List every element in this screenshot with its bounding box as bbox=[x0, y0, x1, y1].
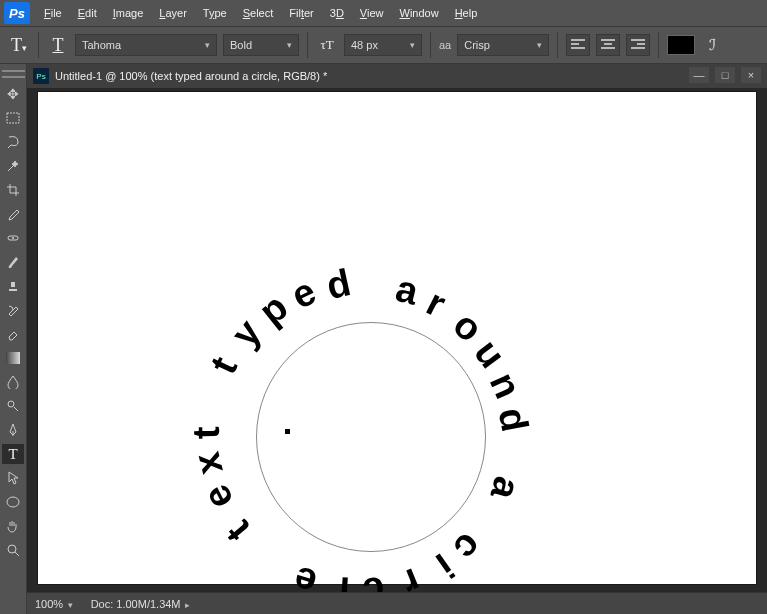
align-right-button[interactable] bbox=[626, 34, 650, 56]
history-brush-tool[interactable] bbox=[2, 300, 24, 320]
eyedropper-tool[interactable] bbox=[2, 204, 24, 224]
font-size-select[interactable]: 48 px▾ bbox=[344, 34, 422, 56]
window-maximize-button[interactable]: □ bbox=[715, 67, 735, 83]
canvas-area: text typed around a circle bbox=[27, 88, 767, 592]
antialias-label: aa bbox=[439, 39, 451, 51]
canvas[interactable]: text typed around a circle bbox=[38, 92, 756, 584]
doc-info[interactable]: Doc: 1.00M/1.34M ▸ bbox=[91, 598, 190, 610]
menu-3d[interactable]: 3D bbox=[322, 3, 352, 23]
menu-view[interactable]: View bbox=[352, 3, 392, 23]
window-close-button[interactable]: × bbox=[741, 67, 761, 83]
blur-tool[interactable] bbox=[2, 372, 24, 392]
document-title: Untitled-1 @ 100% (text typed around a c… bbox=[55, 70, 327, 82]
wand-tool[interactable] bbox=[2, 156, 24, 176]
menu-window[interactable]: Window bbox=[392, 3, 447, 23]
antialias-select[interactable]: Crisp▾ bbox=[457, 34, 549, 56]
eraser-tool[interactable] bbox=[2, 324, 24, 344]
move-tool[interactable]: ✥ bbox=[2, 84, 24, 104]
text-color-swatch[interactable] bbox=[667, 35, 695, 55]
crop-tool[interactable] bbox=[2, 180, 24, 200]
marquee-tool[interactable] bbox=[2, 108, 24, 128]
svg-point-5 bbox=[8, 545, 16, 553]
font-family-select[interactable]: Tahoma▾ bbox=[75, 34, 217, 56]
svg-rect-0 bbox=[7, 113, 19, 123]
hand-tool[interactable] bbox=[2, 516, 24, 536]
menu-edit[interactable]: Edit bbox=[70, 3, 105, 23]
tool-preset-button[interactable]: T▾ bbox=[8, 35, 30, 56]
menu-type[interactable]: Type bbox=[195, 3, 235, 23]
path-select-tool[interactable] bbox=[2, 468, 24, 488]
align-left-button[interactable] bbox=[566, 34, 590, 56]
dodge-tool[interactable] bbox=[2, 396, 24, 416]
brush-tool[interactable] bbox=[2, 252, 24, 272]
pen-tool[interactable] bbox=[2, 420, 24, 440]
healing-tool[interactable] bbox=[2, 228, 24, 248]
text-start-anchor[interactable] bbox=[285, 429, 290, 434]
shape-tool[interactable] bbox=[2, 492, 24, 512]
text-orientation-button[interactable]: T bbox=[47, 35, 69, 56]
antialias-value: Crisp bbox=[464, 39, 490, 51]
font-weight-value: Bold bbox=[230, 39, 252, 51]
svg-point-4 bbox=[7, 497, 19, 507]
align-center-button[interactable] bbox=[596, 34, 620, 56]
lasso-tool[interactable] bbox=[2, 132, 24, 152]
font-family-value: Tahoma bbox=[82, 39, 121, 51]
circle-path[interactable] bbox=[256, 322, 486, 552]
menu-layer[interactable]: Layer bbox=[151, 3, 195, 23]
zoom-level[interactable]: 100% ▾ bbox=[35, 598, 73, 610]
document-tab-bar: Ps Untitled-1 @ 100% (text typed around … bbox=[27, 64, 767, 88]
menu-image[interactable]: Image bbox=[105, 3, 152, 23]
menu-filter[interactable]: Filter bbox=[281, 3, 321, 23]
font-size-icon: τT bbox=[316, 37, 338, 53]
menu-file[interactable]: File bbox=[36, 3, 70, 23]
status-bar: 100% ▾ Doc: 1.00M/1.34M ▸ bbox=[27, 592, 767, 614]
stamp-tool[interactable] bbox=[2, 276, 24, 296]
zoom-tool[interactable] bbox=[2, 540, 24, 560]
font-size-value: 48 px bbox=[351, 39, 378, 51]
options-bar: T▾ T Tahoma▾ Bold▾ τT 48 px▾ aa Crisp▾ ℐ bbox=[0, 26, 767, 64]
tool-palette: ✥ T bbox=[0, 64, 27, 614]
font-weight-select[interactable]: Bold▾ bbox=[223, 34, 299, 56]
menu-help[interactable]: Help bbox=[447, 3, 486, 23]
document-icon: Ps bbox=[33, 68, 49, 84]
menubar: Ps File Edit Image Layer Type Select Fil… bbox=[0, 0, 767, 26]
type-tool[interactable]: T bbox=[2, 444, 24, 464]
window-minimize-button[interactable]: — bbox=[689, 67, 709, 83]
svg-rect-2 bbox=[6, 352, 20, 364]
app-logo: Ps bbox=[4, 2, 30, 24]
menu-select[interactable]: Select bbox=[235, 3, 282, 23]
gradient-tool[interactable] bbox=[2, 348, 24, 368]
palette-grip[interactable] bbox=[2, 70, 25, 78]
warp-text-button[interactable]: ℐ bbox=[701, 36, 723, 54]
svg-point-3 bbox=[8, 401, 14, 407]
